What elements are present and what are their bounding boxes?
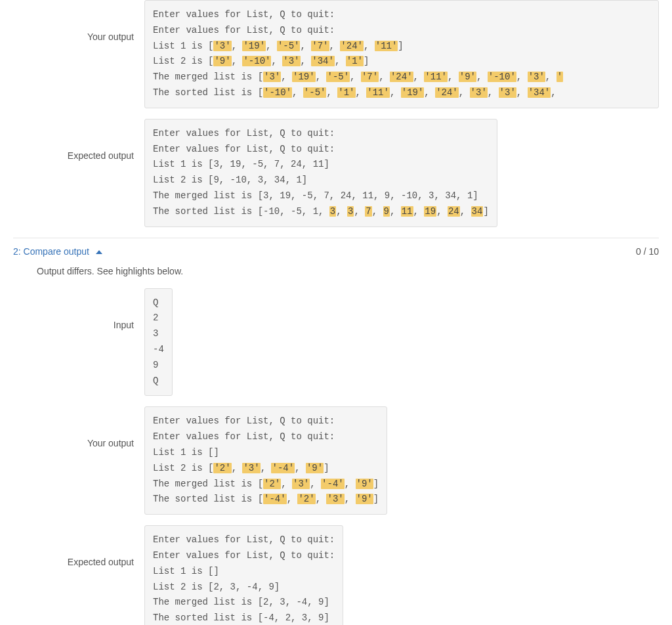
highlighted-text: '9'	[356, 479, 373, 489]
expected-output-label-2: Expected output	[13, 525, 144, 567]
highlighted-text: '3'	[242, 463, 260, 473]
code-text: ,	[281, 72, 292, 82]
your-output-code[interactable]: Enter values for List, Q to quit: Enter …	[144, 0, 659, 108]
highlighted-text: '7'	[311, 41, 329, 51]
highlighted-text: '-4'	[271, 463, 295, 473]
code-text: ,	[326, 87, 337, 98]
code-text: ,	[350, 72, 361, 82]
code-text: ]	[373, 494, 379, 504]
chevron-up-icon	[96, 250, 102, 254]
highlighted-text: '11'	[424, 72, 448, 82]
code-text: 3	[153, 328, 158, 339]
input-code: Q 2 3 -4 9 Q	[144, 288, 173, 397]
highlighted-text: '3'	[282, 56, 300, 66]
highlighted-text: 11	[401, 206, 413, 217]
code-text: ]	[373, 479, 379, 489]
section-2-score: 0 / 10	[636, 246, 659, 257]
highlighted-text: '9'	[306, 463, 324, 473]
code-text: List 1 is [	[153, 41, 213, 51]
highlighted-text: '24'	[340, 41, 364, 51]
page-root: Your output Enter values for List, Q to …	[0, 0, 672, 625]
code-text: ,	[424, 87, 435, 98]
code-text: ]	[324, 463, 329, 473]
your-output-code-2: Enter values for List, Q to quit: Enter …	[144, 406, 387, 515]
highlighted-text: '34'	[528, 87, 551, 98]
code-text: ,	[460, 206, 471, 217]
highlighted-text: '2'	[213, 463, 231, 473]
highlighted-text: 19	[424, 206, 436, 217]
highlighted-text: '-5'	[326, 72, 350, 82]
code-text: ,	[516, 72, 528, 82]
code-text: ,	[372, 206, 383, 217]
code-text: ]	[483, 206, 488, 217]
code-text: ,	[488, 87, 499, 98]
highlighted-text: '3'	[499, 87, 516, 98]
highlighted-text: '2'	[297, 494, 315, 504]
code-text: List 1 is []	[153, 566, 219, 576]
highlighted-text: '3'	[213, 41, 231, 51]
highlighted-text: 9	[383, 206, 390, 217]
highlighted-text: '-10'	[242, 56, 271, 66]
code-text: ,	[356, 87, 367, 98]
code-text: ,	[516, 87, 528, 98]
test1-your-output-row: Your output Enter values for List, Q to …	[13, 0, 659, 108]
input-content: Q 2 3 -4 9 Q	[144, 288, 659, 397]
highlighted-text: '-10'	[263, 87, 292, 98]
section-2-header[interactable]: 2: Compare output 0 / 10	[13, 238, 659, 262]
code-text: ,	[448, 72, 459, 82]
code-text: The sorted list is [-10, -5, 1,	[153, 206, 329, 217]
highlighted-text: '-5'	[303, 87, 327, 98]
highlighted-text: '34'	[311, 56, 335, 66]
highlighted-text: '9'	[356, 494, 373, 504]
output-differs-msg: Output differs. See highlights below.	[13, 262, 659, 288]
code-text: -4	[153, 344, 164, 355]
code-text: ,	[301, 56, 312, 66]
highlighted-text: '3'	[528, 72, 545, 82]
code-text: ,	[271, 56, 282, 66]
highlighted-text: 3	[347, 206, 354, 217]
code-text: ,	[316, 494, 327, 504]
highlighted-text: '1'	[346, 56, 364, 66]
highlighted-text: '11'	[366, 87, 390, 98]
highlighted-text: '-4'	[321, 479, 345, 489]
highlighted-text: '11'	[375, 41, 398, 51]
code-text: The merged list is [	[153, 479, 263, 489]
code-text: ,	[281, 479, 292, 489]
code-text: The merged list is [3, 19, -5, 7, 24, 11…	[153, 190, 478, 201]
code-text: ,	[292, 87, 303, 98]
code-text: ,	[459, 87, 470, 98]
test2-expected-output-row: Expected output Enter values for List, Q…	[13, 525, 659, 625]
highlighted-text: '3'	[326, 494, 344, 504]
expected-output-content: Enter values for List, Q to quit: Enter …	[144, 119, 659, 227]
highlighted-text: '9'	[213, 56, 231, 66]
highlighted-text: '19'	[292, 72, 316, 82]
highlighted-text: 7	[365, 206, 371, 217]
code-text: Enter values for List, Q to quit:	[153, 534, 335, 545]
code-text: ,	[336, 206, 347, 217]
section-title-wrap: 2: Compare output	[13, 246, 102, 257]
code-text: List 1 is []	[153, 447, 219, 458]
code-text: ]	[398, 41, 403, 51]
code-text: Q	[153, 376, 158, 386]
code-text: ,	[232, 56, 243, 66]
code-text: ,	[316, 72, 327, 82]
code-text: ,	[232, 463, 243, 473]
highlighted-text: '24'	[435, 87, 459, 98]
highlighted-text: '	[556, 72, 563, 82]
code-text: ,	[390, 206, 401, 217]
code-text: ,	[345, 494, 356, 504]
code-text: Q	[153, 297, 158, 308]
highlighted-text: '1'	[337, 87, 355, 98]
code-text: The sorted list is [	[153, 87, 263, 98]
code-text: ,	[476, 72, 488, 82]
code-text: ,	[364, 41, 375, 51]
input-label: Input	[13, 288, 144, 330]
expected-output-content-2: Enter values for List, Q to quit: Enter …	[144, 525, 659, 625]
code-text: Enter values for List, Q to quit:	[153, 550, 335, 561]
code-text: ,	[354, 206, 365, 217]
expected-output-label: Expected output	[13, 119, 144, 161]
code-text: ,	[551, 87, 556, 98]
code-text: The sorted list is [-4, 2, 3, 9]	[153, 613, 329, 623]
expected-output-code-2: Enter values for List, Q to quit: Enter …	[144, 525, 343, 625]
highlighted-text: 24	[448, 206, 460, 217]
